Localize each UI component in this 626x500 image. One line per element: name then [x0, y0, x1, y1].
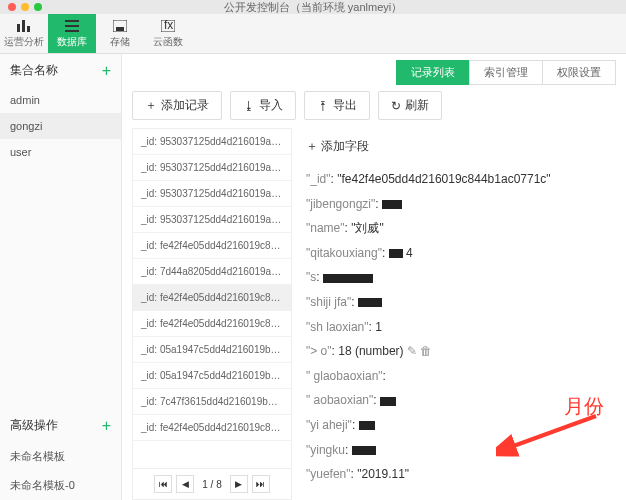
redacted [358, 298, 382, 307]
collections-header: 集合名称 + [0, 54, 121, 87]
svg-rect-0 [17, 24, 20, 32]
download-icon: ⭳ [243, 99, 255, 113]
minimize-window-icon[interactable] [21, 3, 29, 11]
list-icon [65, 19, 79, 33]
fn-icon: fx [161, 19, 175, 33]
collection-item[interactable]: admin [0, 87, 121, 113]
delete-icon[interactable]: 🗑 [420, 344, 432, 358]
redacted [382, 200, 402, 209]
record-item[interactable]: _id: 05a1947c5dd4d216019b670... [133, 337, 291, 363]
plus-icon: ＋ [306, 138, 318, 155]
collection-item[interactable]: gongzi [0, 113, 121, 139]
record-item[interactable]: _id: fe42f4e05dd4d216019c844... [133, 415, 291, 441]
add-template-button[interactable]: + [102, 418, 111, 434]
toolbar-bars[interactable]: 运营分析 [0, 14, 48, 53]
add-record-button[interactable]: ＋添加记录 [132, 91, 222, 120]
record-item[interactable]: _id: fe42f4e05dd4d216019c844... [133, 311, 291, 337]
titlebar: 公开发控制台（当前环境 yanlmeyi） [0, 0, 626, 14]
record-item[interactable]: _id: 953037125dd4d216019aa7a... [133, 155, 291, 181]
add-field-button[interactable]: ＋添加字段 [306, 138, 369, 155]
refresh-icon: ↻ [391, 99, 401, 113]
svg-rect-7 [116, 27, 124, 31]
field-row[interactable]: "qitakouxiang": 4 [306, 241, 612, 266]
record-item[interactable]: _id: 953037125dd4d216019aa7a... [133, 207, 291, 233]
toolbar-list[interactable]: 数据库 [48, 14, 96, 53]
redacted [359, 421, 375, 430]
upload-icon: ⭱ [317, 99, 329, 113]
collection-item[interactable]: user [0, 139, 121, 165]
field-row[interactable]: "shiji jfa": [306, 290, 612, 315]
add-collection-button[interactable]: + [102, 63, 111, 79]
import-button[interactable]: ⭳导入 [230, 91, 296, 120]
svg-rect-1 [22, 20, 25, 32]
pager-last-button[interactable]: ⏭ [252, 475, 270, 493]
svg-rect-2 [27, 26, 30, 32]
pager-first-button[interactable]: ⏮ [154, 475, 172, 493]
export-button[interactable]: ⭱导出 [304, 91, 370, 120]
tab[interactable]: 权限设置 [542, 60, 616, 85]
svg-rect-3 [65, 20, 79, 22]
plus-icon: ＋ [145, 97, 157, 114]
field-row[interactable]: "yingku: [306, 438, 612, 463]
field-row[interactable]: "> o": 18 (number) ✎ 🗑 [306, 339, 612, 364]
annotation-label: 月份 [564, 393, 604, 420]
tabs: 记录列表索引管理权限设置 [122, 54, 626, 91]
pager-text: 1 / 8 [198, 479, 225, 490]
maximize-window-icon[interactable] [34, 3, 42, 11]
advanced-header: 高级操作 + [0, 409, 121, 442]
collections-header-label: 集合名称 [10, 62, 58, 79]
record-item[interactable]: _id: fe42f4e05dd4d216019c844... [133, 233, 291, 259]
toolbar-fn[interactable]: fx云函数 [144, 14, 192, 53]
field-row[interactable]: "sh laoxian": 1 [306, 315, 612, 340]
close-window-icon[interactable] [8, 3, 16, 11]
record-item[interactable]: _id: 953037125dd4d216019aa7a... [133, 181, 291, 207]
template-item[interactable]: 未命名模板-0 [0, 471, 121, 500]
window-controls[interactable] [8, 3, 42, 11]
record-list: _id: 953037125dd4d216019aa7a..._id: 9530… [132, 128, 292, 500]
template-item[interactable]: 未命名模板 [0, 442, 121, 471]
svg-rect-4 [65, 25, 79, 27]
pager-prev-button[interactable]: ◀ [176, 475, 194, 493]
save-icon [113, 19, 127, 33]
redacted [380, 397, 396, 406]
field-row[interactable]: "yuefen": "2019.11" [306, 462, 612, 487]
edit-icon[interactable]: ✎ [407, 344, 417, 358]
record-item[interactable]: _id: 05a1947c5dd4d216019b670... [133, 363, 291, 389]
redacted [352, 446, 376, 455]
pager: ⏮ ◀ 1 / 8 ▶ ⏭ [133, 468, 291, 499]
advanced-header-label: 高级操作 [10, 417, 58, 434]
redacted [389, 249, 403, 258]
svg-rect-5 [65, 30, 79, 32]
record-detail: ＋添加字段 "_id": "fe42f4e05dd4d216019c844b1a… [292, 128, 626, 500]
window-title: 公开发控制台（当前环境 yanlmeyi） [224, 0, 402, 15]
record-item[interactable]: _id: fe42f4e05dd4d216019c844... [133, 285, 291, 311]
bars-icon [17, 19, 31, 33]
field-row[interactable]: "s: [306, 265, 612, 290]
redacted [323, 274, 373, 283]
field-row[interactable]: "name": "刘威" [306, 216, 612, 241]
record-item[interactable]: _id: 7c47f3615dd4d216019b414... [133, 389, 291, 415]
toolbar-save[interactable]: 存储 [96, 14, 144, 53]
field-row[interactable]: "jibengongzi": [306, 192, 612, 217]
action-bar: ＋添加记录 ⭳导入 ⭱导出 ↻刷新 [122, 91, 626, 128]
tab[interactable]: 记录列表 [396, 60, 470, 85]
record-item[interactable]: _id: 953037125dd4d216019aa7a... [133, 129, 291, 155]
refresh-button[interactable]: ↻刷新 [378, 91, 442, 120]
record-item[interactable]: _id: 7d44a8205dd4d216019aa9... [133, 259, 291, 285]
toolbar: 运营分析数据库存储fx云函数 [0, 14, 626, 54]
field-row[interactable]: "_id": "fe42f4e05dd4d216019c844b1ac0771c… [306, 167, 612, 192]
field-row[interactable]: " glaobaoxian": [306, 364, 612, 389]
svg-text:fx: fx [164, 20, 173, 32]
content: 记录列表索引管理权限设置 ＋添加记录 ⭳导入 ⭱导出 ↻刷新 _id: 9530… [122, 54, 626, 500]
tab[interactable]: 索引管理 [469, 60, 543, 85]
pager-next-button[interactable]: ▶ [230, 475, 248, 493]
sidebar: 集合名称 + admingongziuser 高级操作 + 未命名模板未命名模板… [0, 54, 122, 500]
